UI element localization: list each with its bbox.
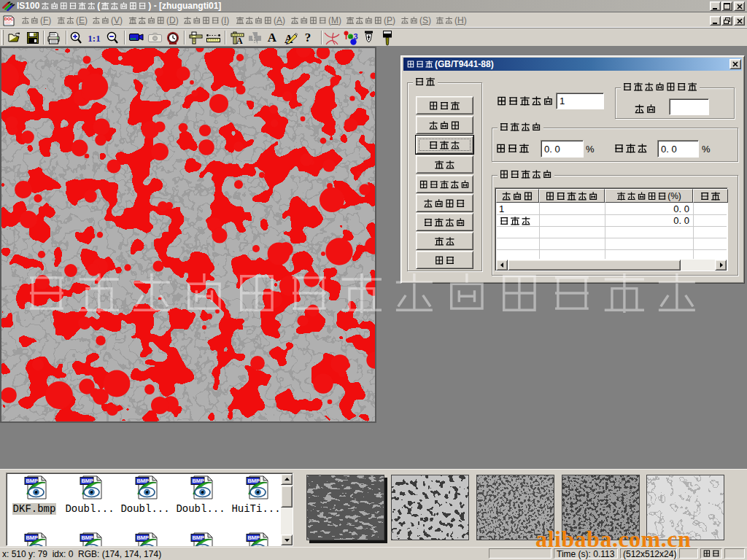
svg-text:A: A <box>236 36 243 44</box>
svg-text:DOC: DOC <box>4 17 13 21</box>
